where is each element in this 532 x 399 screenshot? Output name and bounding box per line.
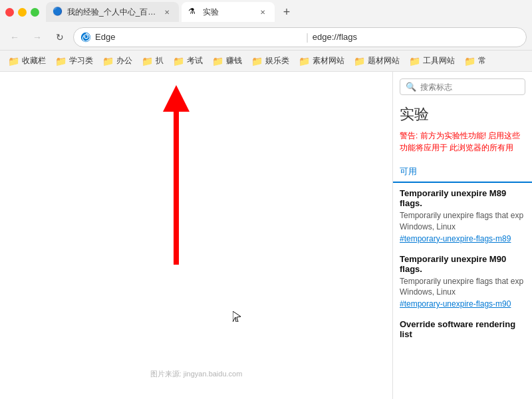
flags-list: Temporarily unexpire M89 flags. Temporar…: [393, 183, 532, 399]
bookmark-label: 办公: [116, 55, 132, 66]
folder-icon: 📁: [55, 56, 66, 66]
watermark: 图片来源: jingyan.baidu.com: [150, 369, 243, 379]
minimize-window-btn[interactable]: [18, 8, 27, 17]
flag-item-m89: Temporarily unexpire M89 flags. Temporar…: [400, 188, 525, 243]
cursor: [233, 311, 241, 325]
bookmark-common[interactable]: 📁 常: [460, 53, 490, 68]
folder-icon: 📁: [212, 56, 223, 66]
bookmark-tools[interactable]: 📁 工具网站: [405, 53, 459, 68]
window-controls: [5, 8, 39, 17]
bookmark-exam[interactable]: 📁 考试: [169, 53, 207, 68]
warning-text: 警告: 前方为实验性功能! 启用这些功能将应用于 此浏览器的所有用: [393, 127, 532, 156]
bookmark-study[interactable]: 📁 学习类: [51, 53, 97, 68]
bookmark-label: 扒: [156, 55, 164, 66]
flags-page-title: 实验: [393, 99, 532, 127]
folder-icon: 📁: [8, 56, 19, 66]
folder-icon: 📁: [173, 56, 184, 66]
new-tab-button[interactable]: +: [277, 3, 296, 21]
bookmark-favorites[interactable]: 📁 收藏栏: [4, 53, 50, 68]
svg-marker-3: [163, 85, 190, 112]
flag-link-m90[interactable]: #temporary-unexpire-flags-m90: [400, 299, 525, 309]
bookmark-label: 学习类: [69, 55, 93, 66]
bookmark-label: 赚钱: [226, 55, 242, 66]
bookmark-ba[interactable]: 📁 扒: [138, 53, 168, 68]
refresh-button[interactable]: ↻: [51, 28, 69, 47]
tab-available[interactable]: 可用: [393, 162, 424, 183]
flag-name-m90: Temporarily unexpire M90 flags.: [400, 254, 525, 274]
bookmark-topics[interactable]: 📁 题材网站: [350, 53, 404, 68]
maximize-window-btn[interactable]: [31, 8, 39, 17]
tab-baidu-title: 我的经验_个人中心_百度经验: [67, 7, 158, 18]
title-bar: 🔵 我的经验_个人中心_百度经验 ✕ ⚗ 实验 ✕ +: [0, 0, 532, 24]
folder-icon: 📁: [142, 56, 153, 66]
left-panel: 图片来源: jingyan.baidu.com: [0, 72, 392, 399]
flag-desc-m90: Temporarily unexpire flags that exp Wind…: [400, 276, 525, 299]
search-box[interactable]: 🔍: [400, 78, 525, 95]
address-box[interactable]: Edge | edge://flags: [73, 27, 527, 47]
folder-icon: 📁: [102, 56, 114, 66]
search-icon: 🔍: [406, 82, 416, 92]
bookmark-label: 考试: [187, 55, 203, 66]
bookmark-label: 素材网站: [313, 55, 344, 66]
flag-item-override: Override software rendering list: [400, 319, 525, 339]
flag-name-override: Override software rendering list: [400, 319, 525, 339]
folder-icon: 📁: [251, 56, 263, 66]
address-divider: |: [306, 32, 309, 43]
bookmark-materials[interactable]: 📁 素材网站: [295, 53, 348, 68]
tab-flags[interactable]: ⚗ 实验 ✕: [182, 2, 275, 22]
right-panel: 🔍 实验 警告: 前方为实验性功能! 启用这些功能将应用于 此浏览器的所有用 可…: [392, 72, 532, 399]
flag-name-m89: Temporarily unexpire M89 flags.: [400, 188, 525, 208]
bookmark-work[interactable]: 📁 办公: [98, 53, 136, 68]
forward-button[interactable]: →: [28, 28, 47, 47]
bookmark-label: 题材网站: [368, 55, 400, 66]
search-input[interactable]: [420, 82, 519, 92]
flag-link-m89[interactable]: #temporary-unexpire-flags-m89: [400, 234, 525, 243]
red-arrow-indicator: [0, 72, 392, 399]
browser-label: Edge: [95, 32, 302, 42]
tab-baidu-close[interactable]: ✕: [162, 7, 172, 17]
tab-flags-close[interactable]: ✕: [257, 7, 268, 17]
tab-flags-title: 实验: [203, 7, 253, 18]
folder-icon: 📁: [464, 56, 475, 66]
flag-desc-m89: Temporarily unexpire flags that exp Wind…: [400, 210, 525, 233]
svg-marker-4: [233, 311, 241, 322]
bookmark-label: 工具网站: [423, 55, 455, 66]
folder-icon: 📁: [299, 56, 310, 66]
close-window-btn[interactable]: [5, 8, 14, 17]
bookmarks-bar: 📁 收藏栏 📁 学习类 📁 办公 📁 扒 📁 考试 📁 赚钱 📁 娱乐类 📁 素…: [0, 51, 532, 72]
flags-tabs-bar: 可用: [393, 162, 532, 183]
back-button[interactable]: ←: [5, 28, 24, 47]
bookmark-label: 收藏栏: [22, 55, 46, 66]
bookmark-label: 常: [478, 55, 486, 66]
bookmark-label: 娱乐类: [265, 55, 289, 66]
bookmark-entertainment[interactable]: 📁 娱乐类: [247, 53, 293, 68]
folder-icon: 📁: [354, 56, 365, 66]
flag-item-m90: Temporarily unexpire M90 flags. Temporar…: [400, 254, 525, 309]
tab-baidu-icon: 🔵: [53, 7, 63, 17]
folder-icon: 📁: [409, 56, 420, 66]
tab-baidu[interactable]: 🔵 我的经验_个人中心_百度经验 ✕: [46, 2, 179, 22]
tab-flags-icon: ⚗: [188, 7, 199, 17]
edge-logo-icon: [80, 32, 91, 43]
main-content: 图片来源: jingyan.baidu.com 🔍 实验 警告: 前方为实验性功…: [0, 72, 532, 399]
address-bar-area: ← → ↻ Edge | edge://flags: [0, 24, 532, 51]
bookmark-earn[interactable]: 📁 赚钱: [208, 53, 246, 68]
url-text[interactable]: edge://flags: [313, 32, 519, 42]
